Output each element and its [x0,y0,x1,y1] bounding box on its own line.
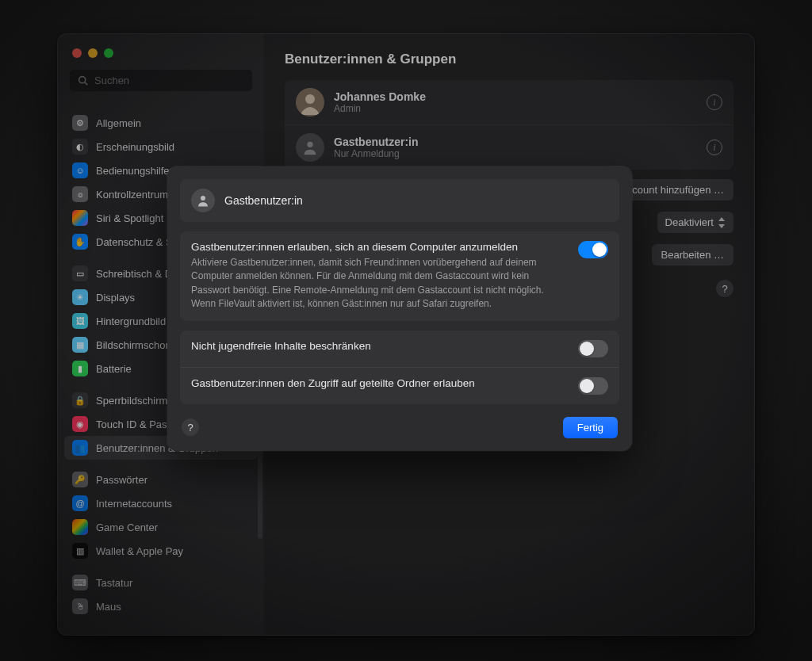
sheet-title: Gastbenutzer:in [224,194,303,207]
done-button[interactable]: Fertig [563,417,618,438]
avatar [191,189,215,212]
allow-login-toggle[interactable] [578,241,608,258]
shared-folders-row: Gastbenutzer:innen den Zugriff auf getei… [180,367,619,404]
sheet-help-button[interactable]: ? [182,418,199,436]
allow-login-title: Gastbenutzer:innen erlauben, sich an die… [191,241,569,253]
shared-folders-title: Gastbenutzer:innen den Zugriff auf getei… [191,377,475,389]
svg-point-5 [201,196,205,201]
sheet-header: Gastbenutzer:in [180,179,619,222]
restrict-adult-title: Nicht jugendfreie Inhalte beschränken [191,340,371,352]
restrict-adult-toggle[interactable] [578,340,608,357]
allow-login-row: Gastbenutzer:innen erlauben, sich an die… [180,231,619,321]
shared-folders-toggle[interactable] [578,377,608,395]
restrict-adult-row: Nicht jugendfreie Inhalte beschränken [180,330,619,367]
guest-user-sheet: Gastbenutzer:in Gastbenutzer:innen erlau… [167,166,632,451]
allow-login-desc: Aktiviere Gastbenutzer:innen, damit sich… [191,256,569,311]
